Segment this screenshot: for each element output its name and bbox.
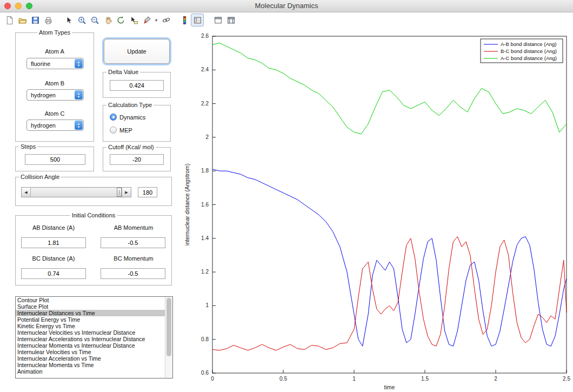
atom-types-panel-title: Atom Types [37,29,72,36]
initial-conditions-panel: Initial Conditions AB Distance (A) AB Mo… [15,215,172,285]
zoom-in-icon[interactable] [75,14,88,26]
pan-icon[interactable] [101,14,114,26]
svg-text:time: time [384,384,395,390]
svg-text:0.6: 0.6 [201,370,209,376]
list-item[interactable]: Internuclear Acceleration vs Time [16,355,172,362]
list-item[interactable]: Internulear Velocities vs Time [16,349,172,355]
listbox-scrollbar[interactable] [165,297,172,378]
delta-value-panel: Delta Value [103,72,171,98]
save-figure-icon[interactable] [29,14,42,26]
list-item[interactable]: Internuclear Momenta vs Internuclear Dis… [16,342,172,349]
calculation-type-panel-title: Calculation Type [106,102,154,108]
plot-canvas[interactable]: 00.511.522.50.60.811.21.41.61.822.22.42.… [182,27,572,390]
svg-text:2.6: 2.6 [201,33,209,39]
svg-text:0: 0 [211,376,214,382]
delta-value-panel-title: Delta Value [106,69,140,75]
initial-conditions-panel-title: Initial Conditions [70,212,117,218]
plot-area[interactable]: 00.511.522.50.60.811.21.41.61.822.22.42.… [182,27,572,390]
bc-momentum-label: BC Momentum [96,255,171,262]
atom-c-value: hydrogen [27,122,75,129]
collision-angle-input[interactable] [138,187,157,197]
calculation-type-panel: Calculation Type Dynamics MEP [103,105,171,142]
atom-a-dropdown[interactable]: fluorine ▲▼ [26,58,84,69]
rotate-3d-icon[interactable] [114,14,127,26]
radio-selected-icon [110,114,117,121]
collision-angle-slider[interactable]: ◀ ▶ [21,187,131,197]
svg-text:A-C bond distance (Ang): A-C bond distance (Ang) [501,55,557,61]
data-cursor-icon[interactable] [127,14,140,26]
slider-right-arrow-icon[interactable]: ▶ [122,188,131,197]
list-item[interactable]: Kinetic Energy vs Time [16,323,172,329]
steps-panel: Steps [15,147,94,171]
svg-text:2.5: 2.5 [563,376,570,382]
brush-menu-icon[interactable]: ▾ [153,14,159,26]
collision-angle-panel-title: Collision Angle [19,174,61,180]
atom-b-value: hydrogen [27,92,75,98]
ab-momentum-input[interactable] [101,237,165,248]
list-item[interactable]: Potential Energy vs Time [16,316,172,323]
window-title: Molecular Dynamics [0,2,573,10]
bc-distance-input[interactable] [21,268,86,279]
atom-types-panel: Atom Types Atom A fluorine ▲▼ Atom B hyd… [15,32,94,142]
dropdown-stepper-icon: ▲▼ [75,59,83,68]
svg-text:2: 2 [205,134,209,140]
steps-input[interactable] [25,154,85,165]
insert-colorbar-icon[interactable] [178,14,191,26]
plot-type-listbox[interactable]: Contour PlotSurface PlotInternuclear Dis… [15,296,173,378]
link-plot-icon[interactable] [159,14,172,26]
steps-panel-title: Steps [19,143,37,150]
open-file-icon[interactable] [16,14,29,26]
svg-text:2.2: 2.2 [201,101,209,107]
dynamics-radio[interactable]: Dynamics [110,113,145,121]
edit-plot-icon[interactable] [62,14,75,26]
cutoff-input[interactable] [110,154,164,165]
cutoff-panel-title: Cutoff (Kcal/ mol) [106,144,156,150]
zoom-out-icon[interactable] [88,14,101,26]
dynamics-radio-label: Dynamics [119,114,145,121]
svg-text:1.5: 1.5 [421,376,429,382]
delta-value-input[interactable] [110,80,164,91]
show-plot-tools-icon[interactable] [224,14,237,26]
svg-text:1.8: 1.8 [201,168,209,174]
list-item[interactable]: Contour Plot [16,297,172,303]
ab-momentum-label: AB Momentum [96,224,171,231]
bc-momentum-input[interactable] [101,268,165,279]
slider-thumb[interactable] [117,188,122,197]
atom-a-value: fluorine [27,61,75,67]
mep-radio[interactable]: MEP [110,126,132,134]
update-button[interactable]: Update [104,39,170,64]
collision-angle-panel: Collision Angle ◀ ▶ [15,177,172,206]
svg-text:2: 2 [494,376,497,382]
list-item[interactable]: Internuclear Distances vs Time [16,310,172,316]
brush-icon[interactable] [140,14,153,26]
list-item[interactable]: Animation [16,368,172,375]
svg-text:1.4: 1.4 [201,235,209,241]
toolbar: ▾ [0,12,573,28]
svg-text:0.5: 0.5 [279,376,287,382]
figure-window: Molecular Dynamics ▾ Atom Types Atom A f… [0,0,573,392]
svg-text:internuclear distance (Angstro: internuclear distance (Angstrom) [184,164,190,246]
print-figure-icon[interactable] [42,14,55,26]
svg-text:1: 1 [205,302,209,308]
ab-distance-input[interactable] [21,237,86,248]
list-item[interactable]: Internuclear Accelerations vs Internucle… [16,336,172,342]
dropdown-stepper-icon: ▲▼ [75,90,83,99]
insert-legend-icon[interactable] [191,14,204,26]
ab-distance-label: AB Distance (A) [16,224,91,231]
svg-text:A-B bond distance (Ang): A-B bond distance (Ang) [501,41,557,47]
titlebar: Molecular Dynamics [0,0,573,12]
new-figure-icon[interactable] [3,14,16,26]
atom-a-label: Atom A [16,48,94,55]
scrollbar-thumb[interactable] [166,298,171,356]
hide-plot-tools-icon[interactable] [211,14,224,26]
svg-text:B-C bond distance (Ang): B-C bond distance (Ang) [501,48,557,54]
svg-text:1.2: 1.2 [201,269,209,275]
atom-b-dropdown[interactable]: hydrogen ▲▼ [26,89,84,101]
atom-c-dropdown[interactable]: hydrogen ▲▼ [26,119,84,131]
slider-left-arrow-icon[interactable]: ◀ [22,188,31,197]
list-item[interactable]: Surface Plot [16,303,172,310]
list-item[interactable]: Internuclear Velocities vs Internuclear … [16,329,172,336]
list-item[interactable]: Internuclear Momenta vs Time [16,362,172,368]
bc-distance-label: BC Distance (A) [16,255,91,262]
svg-text:2.4: 2.4 [201,67,209,72]
